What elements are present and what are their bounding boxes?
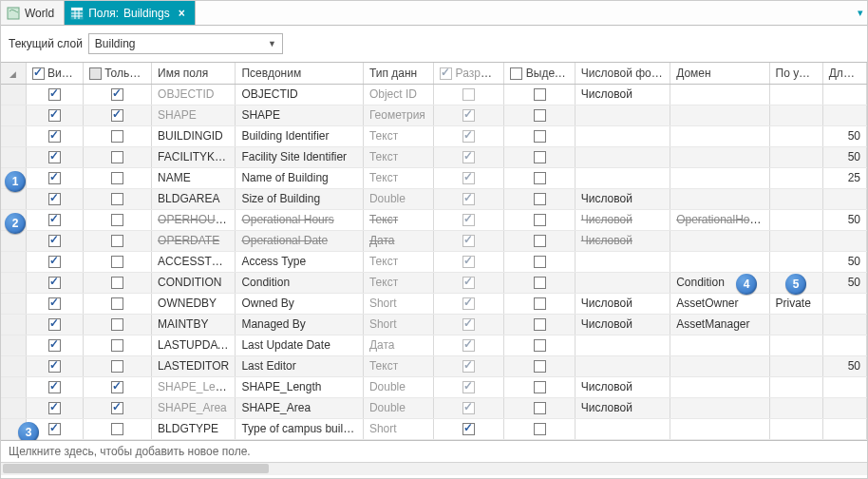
cell-numfmt[interactable]	[575, 251, 670, 272]
cell-domain[interactable]	[670, 335, 769, 355]
visible-checkbox[interactable]	[48, 256, 61, 268]
cell-datatype[interactable]: Текст	[363, 251, 433, 272]
cell-datatype[interactable]: Short	[363, 293, 433, 314]
col-readonly[interactable]: Только чт	[83, 63, 151, 84]
cell-alias[interactable]: Building Identifier	[236, 125, 364, 146]
cell-domain[interactable]	[670, 355, 769, 376]
cell-datatype[interactable]: Текст	[363, 167, 433, 188]
row-header[interactable]	[1, 272, 26, 293]
cell-default[interactable]	[769, 84, 822, 105]
cell-numfmt[interactable]: Числовой	[575, 376, 670, 397]
visible-checkbox[interactable]	[48, 193, 61, 205]
cell-alias[interactable]: Last Update Date	[236, 335, 364, 355]
cell-length[interactable]	[822, 376, 866, 397]
cell-fieldname[interactable]: MAINTBY	[152, 314, 236, 335]
readonly-checkbox[interactable]	[111, 297, 123, 310]
cell-default[interactable]	[769, 418, 822, 439]
readonly-checkbox[interactable]	[111, 214, 123, 226]
cell-numfmt[interactable]	[575, 167, 670, 188]
col-default[interactable]: По умол	[769, 63, 822, 84]
cell-datatype[interactable]: Short	[363, 314, 433, 335]
readonly-checkbox[interactable]	[111, 318, 123, 331]
row-header[interactable]	[1, 397, 26, 418]
cell-default[interactable]	[769, 167, 822, 188]
visible-checkbox[interactable]	[48, 360, 61, 373]
table-row[interactable]: LASTEDITORLast EditorТекст50	[1, 355, 867, 376]
col-numfmt[interactable]: Числовой форм	[575, 63, 670, 84]
row-header[interactable]	[1, 251, 26, 272]
row-header[interactable]	[1, 293, 26, 314]
cell-length[interactable]: 25	[822, 167, 866, 188]
cell-numfmt[interactable]: Числовой	[575, 397, 670, 418]
cell-alias[interactable]: Facility Site Identifier	[236, 146, 364, 167]
cell-default[interactable]	[769, 209, 822, 230]
cell-length[interactable]: 50	[822, 355, 866, 376]
row-header[interactable]	[1, 84, 26, 105]
row-header[interactable]	[1, 230, 26, 251]
cell-default[interactable]	[769, 251, 822, 272]
cell-alias[interactable]: SHAPE	[236, 105, 364, 125]
cell-length[interactable]: 50	[822, 209, 866, 230]
table-row[interactable]: LASTUPDATELast Update DateДата	[1, 335, 867, 355]
cell-length[interactable]: 50	[822, 272, 866, 293]
highlight-checkbox[interactable]	[534, 88, 546, 101]
highlight-checkbox[interactable]	[534, 277, 546, 289]
panel-menu-caret-icon[interactable]: ▾	[858, 7, 863, 19]
cell-length[interactable]	[822, 418, 866, 439]
cell-domain[interactable]	[670, 376, 769, 397]
cell-datatype[interactable]: Текст	[363, 209, 433, 230]
highlight-checkbox[interactable]	[534, 381, 546, 393]
cell-alias[interactable]: SHAPE_Length	[236, 376, 364, 397]
table-row[interactable]: OBJECTIDOBJECTIDObject IDЧисловой	[1, 84, 867, 105]
col-allow[interactable]: Разрешить	[434, 63, 504, 84]
cell-fieldname[interactable]: LASTEDITOR	[152, 355, 236, 376]
readonly-checkbox[interactable]	[111, 339, 123, 352]
table-row[interactable]: OPERHOURSOperational HoursТекстЧисловойO…	[1, 209, 867, 230]
cell-numfmt[interactable]: Числовой	[575, 188, 670, 209]
col-length[interactable]: Длина	[822, 63, 866, 84]
readonly-checkbox[interactable]	[111, 235, 123, 247]
cell-domain[interactable]	[670, 125, 769, 146]
highlight-checkbox[interactable]	[534, 109, 546, 122]
highlight-checkbox[interactable]	[534, 402, 546, 414]
readonly-checkbox[interactable]	[111, 88, 123, 101]
cell-datatype[interactable]: Текст	[363, 272, 433, 293]
cell-alias[interactable]: Size of Building	[236, 188, 364, 209]
scrollbar-thumb[interactable]	[3, 464, 269, 473]
highlight-checkbox[interactable]	[534, 256, 546, 268]
cell-domain[interactable]	[670, 418, 769, 439]
cell-fieldname[interactable]: OPERDATE	[152, 230, 236, 251]
cell-alias[interactable]: Type of campus building	[236, 418, 364, 439]
cell-numfmt[interactable]	[575, 355, 670, 376]
cell-default[interactable]	[769, 355, 822, 376]
visible-checkbox[interactable]	[48, 130, 61, 143]
col-fieldname[interactable]: Имя поля	[152, 63, 236, 84]
cell-alias[interactable]: Access Type	[236, 251, 364, 272]
cell-length[interactable]: 50	[822, 125, 866, 146]
table-row[interactable]: FACILITYKEYFacility Site IdentifierТекст…	[1, 146, 867, 167]
cell-default[interactable]	[769, 335, 822, 355]
cell-fieldname[interactable]: SHAPE	[152, 105, 236, 125]
header-highlight-checkbox[interactable]	[510, 67, 522, 80]
highlight-checkbox[interactable]	[534, 318, 546, 331]
cell-fieldname[interactable]: NAME	[152, 167, 236, 188]
cell-domain[interactable]: AssetOwner	[670, 293, 769, 314]
visible-checkbox[interactable]	[48, 151, 61, 163]
visible-checkbox[interactable]	[48, 402, 61, 414]
visible-checkbox[interactable]	[48, 172, 61, 184]
header-visible-checkbox[interactable]	[32, 67, 45, 80]
cell-domain[interactable]: AssetManager	[670, 314, 769, 335]
cell-alias[interactable]: Operational Date	[236, 230, 364, 251]
cell-default[interactable]	[769, 125, 822, 146]
cell-datatype[interactable]: Текст	[363, 355, 433, 376]
table-row[interactable]: OWNEDBYOwned ByShortЧисловойAssetOwnerPr…	[1, 293, 867, 314]
allow-checkbox[interactable]	[462, 423, 475, 435]
cell-numfmt[interactable]: Числовой	[575, 314, 670, 335]
cell-datatype[interactable]: Double	[363, 397, 433, 418]
cell-length[interactable]	[822, 105, 866, 125]
table-row[interactable]: SHAPE_LengthSHAPE_LengthDoubleЧисловой	[1, 376, 867, 397]
cell-default[interactable]	[769, 146, 822, 167]
visible-checkbox[interactable]	[48, 318, 61, 331]
row-header[interactable]	[1, 376, 26, 397]
add-new-field-row[interactable]: Щелкните здесь, чтобы добавить новое пол…	[1, 440, 867, 462]
